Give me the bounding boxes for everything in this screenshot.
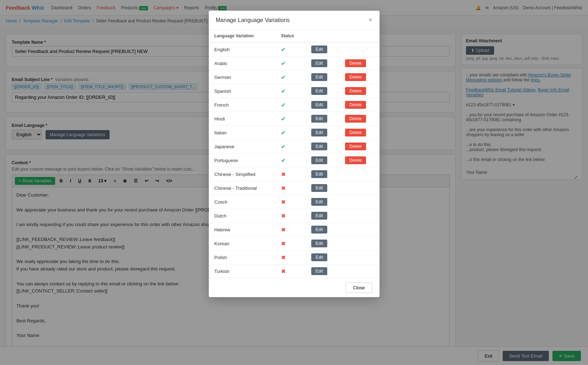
language-edit-button[interactable]: Edit [311,253,327,261]
language-status-cell: ✔ [275,42,306,57]
language-name-cell: Chinese - Simplified [209,167,275,181]
status-x-icon: ✖ [281,171,286,177]
language-delete-button[interactable]: Delete [345,59,366,67]
language-status-cell: ✔ [275,70,306,84]
language-delete-cell [339,223,379,237]
col-actions-header [306,30,339,42]
language-table-row: Turkish✖Edit [209,264,380,278]
language-edit-cell: Edit [306,223,339,237]
status-x-icon: ✖ [281,268,286,274]
status-x-icon: ✖ [281,199,286,205]
language-table-row: English✔Edit [209,42,380,57]
language-edit-cell: Edit [306,126,339,140]
status-check-icon: ✔ [281,116,286,122]
language-table-row: Czech✖Edit [209,195,380,209]
language-edit-button[interactable]: Edit [311,156,327,164]
language-edit-cell: Edit [306,98,339,112]
language-table-row: Korean✖Edit [209,237,380,251]
status-x-icon: ✖ [281,254,286,261]
language-delete-button[interactable]: Delete [345,129,366,136]
language-delete-button[interactable]: Delete [345,73,366,81]
language-edit-button[interactable]: Edit [311,143,327,150]
language-status-cell: ✔ [275,84,306,98]
language-edit-button[interactable]: Edit [311,212,327,220]
language-table-row: Hindi✔EditDelete [209,112,380,126]
language-edit-button[interactable]: Edit [311,226,327,234]
language-table-row: Italian✔EditDelete [209,126,380,140]
language-edit-cell: Edit [306,237,339,251]
language-table-row: Polish✖Edit [209,251,380,264]
language-edit-button[interactable]: Edit [311,198,327,206]
language-status-cell: ✖ [275,167,306,181]
language-edit-cell: Edit [306,209,339,223]
modal-close-footer-button[interactable]: Close [345,283,372,293]
modal-footer: Close [209,278,380,297]
language-table-row: Spanish✔EditDelete [209,84,380,98]
status-check-icon: ✔ [281,60,286,66]
language-delete-button[interactable]: Delete [345,143,366,150]
language-table-row: Arabic✔EditDelete [209,57,380,70]
language-name-cell: Turkish [209,264,275,278]
language-delete-cell: Delete [339,140,379,154]
language-edit-button[interactable]: Edit [311,59,327,67]
language-delete-button[interactable]: Delete [345,115,366,123]
col-status-header: Status [275,30,306,42]
language-delete-cell: Delete [339,84,379,98]
modal-title: Manage Language Variations [216,17,290,23]
language-name-cell: Arabic [209,57,275,70]
language-edit-button[interactable]: Edit [311,267,327,275]
manage-language-modal: Manage Language Variations × Language Va… [209,11,380,297]
language-delete-button[interactable]: Delete [345,156,366,164]
status-check-icon: ✔ [281,102,286,108]
language-edit-button[interactable]: Edit [311,170,327,178]
language-edit-button[interactable]: Edit [311,115,327,123]
status-x-icon: ✖ [281,213,286,219]
language-delete-button[interactable]: Delete [345,87,366,95]
language-edit-button[interactable]: Edit [311,87,327,95]
language-delete-cell: Delete [339,98,379,112]
language-table-row: German✔EditDelete [209,70,380,84]
language-table-row: Japanese✔EditDelete [209,140,380,154]
modal-close-button[interactable]: × [369,16,372,24]
status-check-icon: ✔ [281,88,286,94]
modal-body: Language Variation Status English✔EditAr… [209,30,380,278]
language-delete-cell [339,195,379,209]
language-name-cell: Dutch [209,209,275,223]
language-name-cell: English [209,42,275,57]
language-delete-cell [339,209,379,223]
language-edit-button[interactable]: Edit [311,73,327,81]
language-delete-cell: Delete [339,57,379,70]
language-edit-cell: Edit [306,42,339,57]
language-edit-button[interactable]: Edit [311,184,327,192]
language-edit-button[interactable]: Edit [311,240,327,247]
language-edit-button[interactable]: Edit [311,45,327,53]
language-delete-button[interactable]: Delete [345,101,366,109]
language-delete-cell [339,264,379,278]
status-check-icon: ✔ [281,130,286,136]
language-table-row: Portuguese✔EditDelete [209,154,380,167]
language-name-cell: German [209,70,275,84]
language-edit-cell: Edit [306,251,339,264]
language-edit-cell: Edit [306,70,339,84]
language-table-row: Dutch✖Edit [209,209,380,223]
language-name-cell: Japanese [209,140,275,154]
language-edit-cell: Edit [306,195,339,209]
language-name-cell: Czech [209,195,275,209]
language-delete-cell [339,181,379,195]
status-check-icon: ✔ [281,47,286,53]
language-edit-cell: Edit [306,167,339,181]
language-name-cell: Polish [209,251,275,264]
language-edit-button[interactable]: Edit [311,101,327,109]
language-name-cell: Italian [209,126,275,140]
language-name-cell: Chinese - Traditional [209,181,275,195]
language-name-cell: Hindi [209,112,275,126]
language-delete-cell [339,42,379,57]
language-edit-button[interactable]: Edit [311,129,327,136]
language-edit-cell: Edit [306,112,339,126]
language-name-cell: Korean [209,237,275,251]
language-delete-cell: Delete [339,126,379,140]
status-check-icon: ✔ [281,144,286,150]
language-table-row: Hebrew✖Edit [209,223,380,237]
modal-overlay[interactable]: Manage Language Variations × Language Va… [0,0,588,365]
language-edit-cell: Edit [306,84,339,98]
